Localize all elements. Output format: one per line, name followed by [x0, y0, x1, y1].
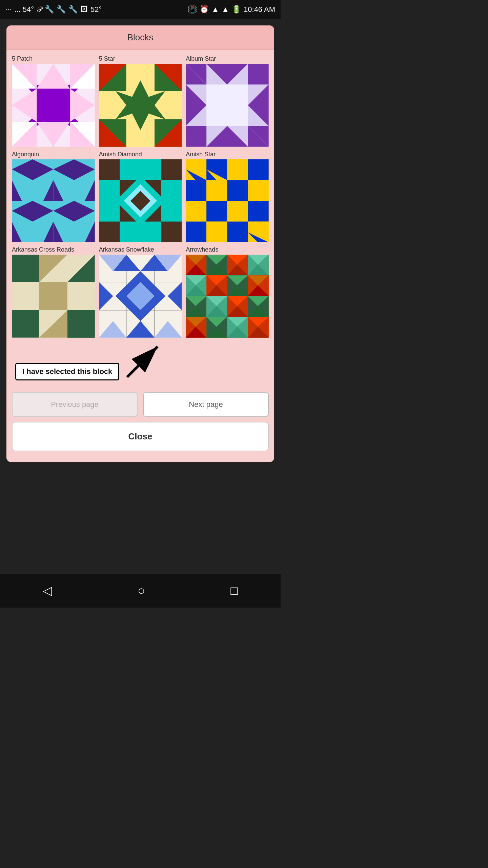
next-page-button[interactable]: Next page: [143, 392, 269, 417]
annotation-container: I have selected this block: [12, 343, 269, 384]
block-five-patch[interactable]: 5 Patch: [12, 55, 95, 147]
svg-rect-93: [206, 201, 227, 221]
status-right: 📳 ⏰ ▲ ▲ 🔋 10:46 AM: [188, 5, 275, 14]
annotation-text: I have selected this block: [15, 363, 119, 380]
svg-line-208: [127, 347, 158, 377]
block-five-star[interactable]: 5 Star: [99, 55, 182, 147]
svg-rect-89: [206, 180, 227, 201]
block-svg-amish-star: [186, 159, 269, 242]
home-button[interactable]: ○: [138, 584, 145, 598]
block-label-arkansas-snowflake: Arkansas Snowflake: [99, 246, 154, 253]
svg-rect-94: [227, 201, 248, 221]
alarm-icon: ⏰: [200, 5, 209, 14]
temperature2: 52°: [90, 5, 102, 14]
svg-rect-97: [206, 221, 227, 242]
notification-icon: ···: [5, 5, 12, 14]
block-svg-amish-diamond: [99, 159, 182, 242]
block-arrowheads[interactable]: Arrowheads: [186, 246, 269, 338]
clock: 10:46 AM: [244, 5, 275, 14]
block-amish-star[interactable]: Amish Star: [186, 151, 269, 242]
image-icon: 🖼: [80, 5, 88, 14]
block-label-algonquin: Algonquin: [12, 151, 39, 158]
status-bar: ··· ... 54° 𝒫 🔧 🔧 🔧 🖼 52° 📳 ⏰ ▲ ▲ 🔋 10:4…: [0, 0, 281, 19]
block-label-arrowheads: Arrowheads: [186, 246, 218, 253]
block-svg-arkansas-cross: [12, 255, 95, 338]
block-arkansas-snowflake[interactable]: Arkansas Snowflake: [99, 246, 182, 338]
dialog-header: Blocks: [6, 25, 274, 50]
buttons-area: Previous page Next page Close: [6, 384, 274, 454]
block-amish-diamond[interactable]: Amish Diamond: [99, 151, 182, 242]
block-label-album-star: Album Star: [186, 55, 216, 62]
svg-rect-90: [227, 180, 248, 201]
block-svg-five-patch: [12, 64, 95, 147]
block-algonquin[interactable]: Algonquin: [12, 151, 95, 242]
block-label-amish-star: Amish Star: [186, 151, 216, 158]
block-label-arkansas-cross: Arkansas Cross Roads: [12, 246, 74, 253]
wifi-icon: ▲: [211, 5, 219, 14]
block-svg-five-star: [99, 64, 182, 147]
block-svg-arrowheads: [186, 255, 269, 338]
close-button[interactable]: Close: [12, 422, 269, 451]
block-label-amish-diamond: Amish Diamond: [99, 151, 142, 158]
battery-icon: 🔋: [232, 5, 241, 14]
recent-button[interactable]: □: [230, 584, 238, 598]
svg-rect-95: [248, 201, 269, 221]
dialog-title: Blocks: [127, 32, 154, 42]
pinterest-icon: 𝒫: [37, 5, 42, 14]
signal-icon: ▲: [222, 5, 229, 14]
prev-page-button[interactable]: Previous page: [12, 392, 138, 417]
vibrate-icon: 📳: [188, 5, 197, 14]
svg-rect-88: [186, 180, 206, 201]
block-album-star[interactable]: Album Star: [186, 55, 269, 147]
nav-bar: ◁ ○ □: [0, 574, 281, 608]
tools-icon2: 🔧: [57, 5, 66, 14]
block-arkansas-cross[interactable]: Arkansas Cross Roads: [12, 246, 95, 338]
block-svg-arkansas-snowflake: [99, 255, 182, 338]
svg-rect-91: [248, 180, 269, 201]
pagination-row: Previous page Next page: [12, 392, 269, 417]
svg-rect-92: [186, 201, 206, 221]
tools-icon3: 🔧: [68, 5, 78, 14]
block-svg-algonquin: [12, 159, 95, 242]
back-button[interactable]: ◁: [43, 584, 52, 598]
temperature: ... 54°: [14, 5, 34, 14]
blocks-grid: 5 Patch: [6, 50, 274, 343]
svg-rect-98: [227, 221, 248, 242]
tools-icon: 🔧: [45, 5, 54, 14]
status-left: ··· ... 54° 𝒫 🔧 🔧 🔧 🖼 52°: [5, 5, 102, 14]
block-label-five-star: 5 Star: [99, 55, 115, 62]
block-label-five-patch: 5 Patch: [12, 55, 33, 62]
svg-rect-35: [206, 84, 248, 126]
svg-rect-109: [12, 255, 39, 282]
blocks-dialog: Blocks 5 Patch: [6, 25, 274, 462]
block-svg-album-star: [186, 64, 269, 147]
